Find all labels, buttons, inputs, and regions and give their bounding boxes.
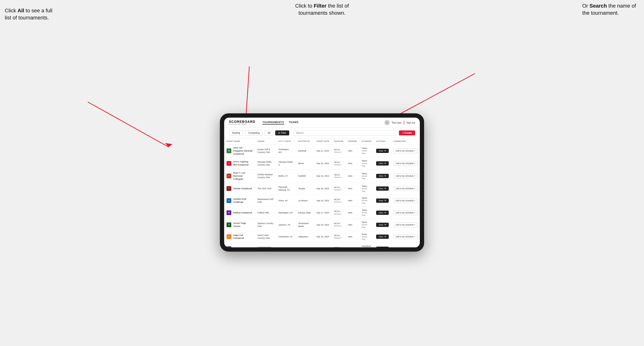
actions-cell-7: View 👁 <box>374 231 391 243</box>
hosted-by-cell-0: Marshall <box>296 145 314 158</box>
col-actions: ACTIONS <box>374 138 391 145</box>
header-right: U Test User | Sign out <box>384 120 415 125</box>
competing-cell-6: Add to My Schedule + <box>391 219 420 231</box>
add-schedule-button-0[interactable]: Add to My Schedule + <box>394 149 418 153</box>
tab-all[interactable]: All <box>264 130 273 136</box>
gender-cell-7: Men <box>346 231 359 243</box>
tab-hosting[interactable]: Hosting <box>229 130 243 136</box>
division-cell-0: NCAADivision I <box>332 145 346 158</box>
logo-area: SCOREBOARD Powered by clippd <box>229 120 255 125</box>
actions-cell-1: View 👁 <box>374 158 391 170</box>
view-button-7[interactable]: View 👁 <box>376 235 388 239</box>
add-schedule-button-7[interactable]: Add to My Schedule + <box>394 234 418 239</box>
table-row: G Grover Page Classic Jackson Country Cl… <box>224 219 420 231</box>
view-button-2[interactable]: View 👁 <box>376 174 388 178</box>
table-row: W Husky Individual Gold Mountain Golf Cl… <box>224 243 420 247</box>
venue-cell-3: The 1912 Club <box>255 182 276 195</box>
scoring-cell-2: Team,Stroke Play <box>359 170 374 182</box>
actions-cell-2: View 👁 <box>374 170 391 182</box>
team-logo-0: M <box>226 149 231 153</box>
start-date-cell-0: Sep 11, 2023 <box>314 145 332 158</box>
add-schedule-button-1[interactable]: Add to My Schedule + <box>394 161 418 166</box>
create-button[interactable]: + Create <box>399 130 415 135</box>
view-button-1[interactable]: View 👁 <box>376 161 388 166</box>
city-state-cell-1: Olympia Fields, IL <box>276 158 296 170</box>
event-name-cell-1: I OFCC Fighting Illini Invitational <box>224 158 255 170</box>
division-cell-5: NCAADivision I <box>332 207 346 219</box>
view-button-5[interactable]: View 👁 <box>376 211 388 215</box>
venue-cell-1: Olympia Fields Country Club <box>255 158 276 170</box>
add-schedule-button-3[interactable]: Add to My Schedule + <box>394 186 418 191</box>
signout-link[interactable]: Sign out <box>406 121 415 124</box>
competing-cell-4: Add to My Schedule + <box>391 195 420 207</box>
filter-button[interactable]: ⊟ Filter <box>275 130 289 135</box>
hosted-by-cell-5: Kansas State <box>296 207 314 219</box>
nav-tournaments[interactable]: TOURNAMENTS <box>262 121 284 125</box>
division-cell-2: NCAADivision I <box>332 170 346 182</box>
col-hosted-by: HOSTED BY <box>296 138 314 145</box>
table-row: F Ryan T. Lee Memorial Collegiate Shuttl… <box>224 170 420 182</box>
venue-cell-4: Ravenwood Golf Club <box>255 195 276 207</box>
start-date-cell-5: Sep 17, 2023 <box>314 207 332 219</box>
venue-cell-8: Gold Mountain Golf Club <box>255 243 276 247</box>
nav-links: TOURNAMENTS TEAMS <box>262 121 377 125</box>
eye-icon-7: 👁 <box>384 235 386 238</box>
start-date-cell-7: Sep 18, 2023 <box>314 231 332 243</box>
add-schedule-button-4[interactable]: Add to My Schedule + <box>394 198 418 203</box>
team-logo-7: V <box>226 234 231 239</box>
division-cell-7: NCAADivision I <box>332 231 346 243</box>
view-button-4[interactable]: View 👁 <box>376 198 388 203</box>
event-name-cell-0: M 2023 Joe Feaganes Marshall Invitationa… <box>224 145 255 158</box>
user-label: Test User <box>392 121 402 124</box>
gender-cell-8: Men <box>346 243 359 247</box>
table-row: W Wildcat Invitational Colbert Hills Man… <box>224 207 420 219</box>
tab-competing[interactable]: Competing <box>245 130 263 136</box>
event-name-cell-2: F Ryan T. Lee Memorial Collegiate <box>224 170 255 182</box>
team-logo-5: W <box>226 210 231 215</box>
add-schedule-button-8[interactable]: Add to My Schedule + <box>394 246 418 247</box>
actions-cell-3: View 👁 <box>374 182 391 195</box>
team-logo-3: T <box>226 186 231 191</box>
team-logo-6: G <box>226 222 231 227</box>
col-scoring: SCORING <box>359 138 374 145</box>
start-date-cell-1: Sep 15, 2023 <box>314 158 332 170</box>
actions-cell-6: View 👁 <box>374 219 391 231</box>
add-schedule-button-6[interactable]: Add to My Schedule + <box>394 222 418 227</box>
hosted-by-cell-7: Valparaiso <box>296 231 314 243</box>
search-box <box>294 130 397 136</box>
add-schedule-button-5[interactable]: Add to My Schedule + <box>394 210 418 215</box>
team-logo-1: I <box>226 161 231 166</box>
search-input[interactable] <box>294 130 397 136</box>
col-competing: COMPETING <box>391 138 420 145</box>
svg-marker-1 <box>165 143 172 147</box>
eye-icon-6: 👁 <box>384 224 386 226</box>
scoring-cell-3: Team,Stroke Play <box>359 182 374 195</box>
view-button-3[interactable]: View 👁 <box>376 186 388 191</box>
gender-cell-6: Men <box>346 219 359 231</box>
actions-cell-8: View 👁 <box>374 243 391 247</box>
view-button-6[interactable]: View 👁 <box>376 223 388 227</box>
actions-cell-0: View 👁 <box>374 145 391 158</box>
venue-cell-7: Sand Creek Country Club <box>255 231 276 243</box>
event-name-text-7: Valpo Fall Invitational <box>233 234 253 240</box>
division-cell-1: NCAADivision I <box>332 158 346 170</box>
col-gender: GENDER <box>346 138 359 145</box>
view-button-8[interactable]: View 👁 <box>376 247 388 247</box>
competing-cell-5: Add to My Schedule + <box>391 207 420 219</box>
competing-cell-8: Add to My Schedule + <box>391 243 420 247</box>
gender-cell-2: Men <box>346 170 359 182</box>
view-button-0[interactable]: View 👁 <box>376 149 388 153</box>
scoring-cell-0: Team,Stroke Play <box>359 145 374 158</box>
table-container: EVENT NAME VENUE CITY, STATE HOSTED BY S… <box>224 138 420 247</box>
event-name-cell-8: W Husky Individual <box>224 243 255 247</box>
city-state-cell-3: Plymouth Meeting, PA <box>276 182 296 195</box>
logo-sub: Powered by clippd <box>229 123 255 125</box>
annotation-top-left: Click All to see a full list of tourname… <box>5 7 57 21</box>
add-schedule-button-2[interactable]: Add to My Schedule + <box>394 173 418 178</box>
gender-cell-0: Men <box>346 145 359 158</box>
hosted-by-cell-4: Le Moyne <box>296 195 314 207</box>
gender-cell-1: Men <box>346 158 359 170</box>
event-name-cell-4: U Upstate Dual Challenge <box>224 195 255 207</box>
nav-teams[interactable]: TEAMS <box>289 121 298 125</box>
division-cell-8: NCAADivision I <box>332 243 346 247</box>
